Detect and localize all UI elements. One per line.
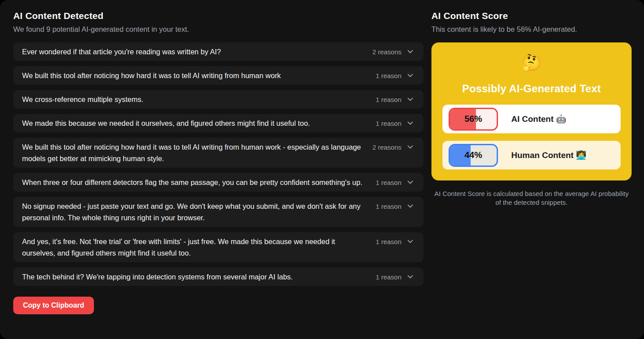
reasons-count: 1 reason <box>376 273 401 281</box>
snippet-text: We built this tool after noticing how ha… <box>22 141 364 164</box>
human-content-label: Human Content 👩‍💻 <box>511 150 586 160</box>
chevron-down-icon[interactable] <box>407 273 414 280</box>
snippet-text: We cross-reference multiple systems. <box>22 94 368 105</box>
reasons-count: 1 reason <box>376 120 401 127</box>
snippet-text: We made this because we needed it oursel… <box>22 117 368 129</box>
human-content-gauge: 44% <box>449 144 498 167</box>
snippet-row[interactable]: We built this tool after noticing how ha… <box>13 66 423 85</box>
chevron-down-icon[interactable] <box>407 143 414 151</box>
score-card: 🤔 Possibly AI-Generated Text 56% AI Cont… <box>431 42 632 181</box>
page-title: AI Content Detected <box>13 11 423 21</box>
chevron-down-icon[interactable] <box>407 120 414 127</box>
score-footnote: AI Content Score is calculated based on … <box>431 189 632 207</box>
score-verdict: Possibly AI-Generated Text <box>442 83 621 95</box>
snippet-row[interactable]: We built this tool after noticing how ha… <box>13 138 423 168</box>
robot-emoji-icon: 🤖 <box>556 114 566 124</box>
human-content-percent: 44% <box>450 145 497 166</box>
copy-to-clipboard-button[interactable]: Copy to Clipboard <box>13 297 94 314</box>
snippet-text: We built this tool after noticing how ha… <box>22 70 368 81</box>
snippet-text: And yes, it's free. Not 'free trial' or … <box>22 236 368 259</box>
ai-content-percent: 56% <box>450 109 497 129</box>
snippet-text: The tech behind it? We're tapping into d… <box>22 271 368 282</box>
snippet-text: When three or four different detectors f… <box>22 177 368 188</box>
score-title: AI Content Score <box>431 11 632 21</box>
chevron-down-icon[interactable] <box>407 203 414 210</box>
chevron-down-icon[interactable] <box>407 179 414 186</box>
thinking-face-emoji-icon: 🤔 <box>442 53 621 72</box>
human-content-metric-row: 44% Human Content 👩‍💻 <box>442 141 621 170</box>
reasons-count: 1 reason <box>376 179 401 186</box>
ai-content-label: AI Content 🤖 <box>511 114 566 124</box>
chevron-down-icon[interactable] <box>407 48 414 55</box>
technologist-emoji-icon: 👩‍💻 <box>576 151 587 160</box>
ai-score-panel: AI Content Score This content is likely … <box>431 8 632 331</box>
reasons-count: 2 reasons <box>372 143 401 151</box>
ai-content-metric-row: 56% AI Content 🤖 <box>442 105 621 133</box>
reasons-count: 1 reason <box>376 203 401 210</box>
reasons-count: 1 reason <box>376 238 401 245</box>
chevron-down-icon[interactable] <box>407 238 414 245</box>
detected-content-panel: AI Content Detected We found 9 potential… <box>13 8 423 331</box>
snippet-row[interactable]: Ever wondered if that article you're rea… <box>13 42 423 61</box>
app-window: AI Content Detected We found 9 potential… <box>0 0 644 339</box>
chevron-down-icon[interactable] <box>407 96 414 103</box>
chevron-down-icon[interactable] <box>407 72 414 79</box>
ai-content-gauge: 56% <box>449 108 498 131</box>
reasons-count: 1 reason <box>376 96 401 103</box>
page-subtitle: We found 9 potential AI-generated conten… <box>13 25 423 34</box>
snippet-row[interactable]: The tech behind it? We're tapping into d… <box>13 267 423 286</box>
snippet-text: No signup needed - just paste your text … <box>22 200 368 223</box>
reasons-count: 1 reason <box>376 72 401 79</box>
snippet-row[interactable]: We made this because we needed it oursel… <box>13 114 423 132</box>
snippet-row[interactable]: No signup needed - just paste your text … <box>13 197 423 227</box>
snippet-row[interactable]: And yes, it's free. Not 'free trial' or … <box>13 232 423 262</box>
snippet-row[interactable]: When three or four different detectors f… <box>13 173 423 192</box>
snippet-row[interactable]: We cross-reference multiple systems. 1 r… <box>13 90 423 109</box>
reasons-count: 2 reasons <box>372 48 401 56</box>
snippet-list: Ever wondered if that article you're rea… <box>13 42 423 286</box>
score-subtitle: This content is likely to be 56% AI-gene… <box>431 25 632 34</box>
snippet-text: Ever wondered if that article you're rea… <box>22 46 364 57</box>
